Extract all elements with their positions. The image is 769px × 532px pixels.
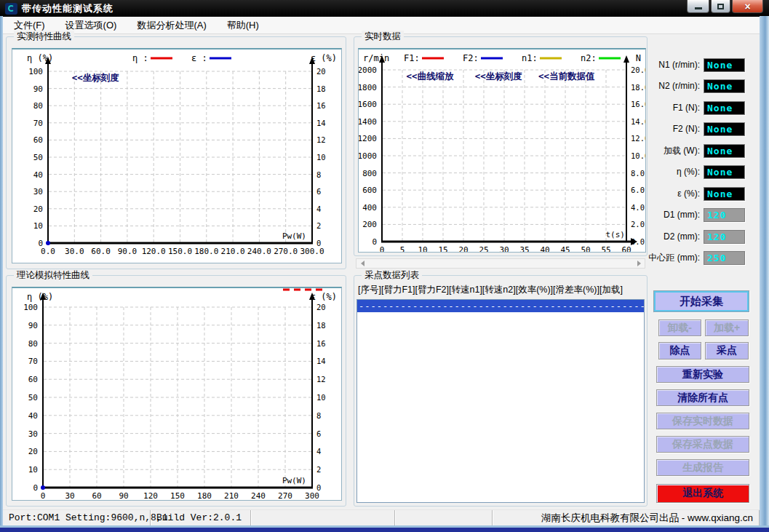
group-capture-caption: 采点数据列表 [362, 269, 422, 282]
svg-text:1400: 1400 [358, 117, 377, 127]
minimize-icon [695, 7, 702, 9]
svg-text:4: 4 [316, 447, 321, 456]
svg-text:ε (%): ε (%) [311, 292, 337, 302]
svg-text:η :: η : [132, 53, 148, 63]
close-button[interactable]: × [732, 0, 763, 13]
svg-text:60: 60 [621, 245, 631, 253]
svg-text:6: 6 [316, 187, 321, 196]
sample-point-button[interactable]: 采点 [705, 342, 749, 360]
theory-curve-chart[interactable]: 1009080706050403020100201816141210864200… [12, 287, 342, 501]
svg-text:120: 120 [143, 491, 158, 501]
svg-text:0.0: 0.0 [41, 247, 55, 256]
readout-n1: N1 (r/min):None [636, 57, 745, 72]
save-points-button[interactable]: 保存采点数据 [656, 436, 749, 453]
svg-text:8: 8 [316, 170, 321, 179]
window-frame-right [760, 16, 769, 532]
svg-text:300: 300 [305, 491, 319, 501]
svg-text:70: 70 [33, 119, 43, 128]
window-frame-bottom [0, 525, 769, 532]
readout-load: 加载 (W):None [636, 143, 745, 158]
minimize-button[interactable] [687, 0, 709, 13]
svg-text:r/min: r/min [363, 53, 389, 63]
measured-curve-chart[interactable]: 1009080706050403020100201816141210864200… [12, 48, 342, 263]
readout-f2-value: None [704, 122, 745, 136]
readout-center-distance: 中心距 (mm):250 [636, 250, 745, 265]
save-realtime-button[interactable]: 保存实时数据 [656, 413, 749, 429]
app-icon [5, 3, 17, 15]
svg-text:90: 90 [33, 84, 43, 94]
group-theory-caption: 理论模拟特性曲线 [14, 269, 92, 282]
svg-text:ε :: ε : [191, 53, 207, 63]
svg-text:<<曲线缩放: <<曲线缩放 [407, 71, 455, 82]
svg-text:20: 20 [316, 67, 326, 76]
svg-text:180: 180 [197, 491, 212, 501]
svg-text:45: 45 [560, 245, 570, 253]
statusbar-build: Build Ver:2.0.1 [151, 510, 251, 525]
svg-text:14: 14 [316, 357, 326, 365]
svg-text:<<坐标刻度: <<坐标刻度 [475, 71, 523, 82]
maximize-button[interactable] [711, 0, 730, 13]
svg-text:30: 30 [33, 187, 43, 196]
svg-text:240: 240 [251, 491, 266, 501]
svg-text:<<坐标刻度: <<坐标刻度 [72, 72, 120, 83]
capture-list[interactable]: ----------------------------------------… [356, 299, 645, 503]
capture-list-row-selected[interactable]: ----------------------------------------… [357, 300, 644, 312]
exit-system-button[interactable]: 退出系统 [656, 484, 749, 503]
svg-text:5: 5 [400, 245, 405, 253]
svg-text:0: 0 [372, 237, 377, 247]
readout-d1-value: 120 [704, 208, 745, 222]
statusbar-spacer-2 [395, 510, 493, 525]
group-measured-caption: 实测特性曲线 [14, 31, 74, 43]
load-button[interactable]: 加载+ [705, 319, 749, 336]
svg-text:150.0: 150.0 [168, 247, 192, 256]
readout-n1-value: None [704, 58, 745, 72]
svg-text:80: 80 [28, 339, 38, 349]
realtime-data-chart[interactable]: 200018001600140012001000800600400200020.… [358, 48, 646, 253]
svg-text:2: 2 [316, 465, 321, 474]
svg-text:50: 50 [33, 153, 43, 162]
svg-text:F2:: F2: [463, 53, 479, 63]
statusbar-spacer-1 [251, 510, 395, 525]
svg-text:70: 70 [28, 357, 38, 366]
svg-text:40: 40 [540, 245, 549, 253]
svg-text:10: 10 [316, 153, 326, 162]
group-realtime-caption: 实时数据 [362, 31, 404, 43]
svg-text:30: 30 [28, 429, 38, 439]
readout-d1: D1 (mm):120 [636, 207, 745, 222]
svg-text:20: 20 [28, 447, 38, 456]
readout-n2-value: None [704, 79, 745, 93]
readout-epsilon-value: None [704, 187, 745, 201]
svg-text:40: 40 [33, 170, 43, 180]
svg-text:80: 80 [33, 101, 43, 111]
menu-help[interactable]: 帮助(H) [218, 17, 268, 34]
svg-text:400: 400 [362, 203, 377, 213]
svg-text:60: 60 [92, 491, 101, 501]
restart-experiment-button[interactable]: 重新实验 [656, 366, 749, 383]
svg-text:0: 0 [41, 491, 46, 501]
menu-analysis[interactable]: 数据分析处理(A) [127, 17, 215, 34]
readout-eta: η (%):None [636, 164, 745, 179]
svg-text:10: 10 [418, 245, 427, 253]
svg-text:18: 18 [316, 321, 326, 330]
readout-center-distance-value: 250 [704, 251, 745, 265]
clear-all-points-button[interactable]: 清除所有点 [656, 389, 749, 406]
scroll-left-icon[interactable] [356, 259, 368, 268]
readout-d2: D2 (mm):120 [636, 229, 745, 244]
svg-text:1200: 1200 [358, 134, 377, 143]
svg-text:t(s): t(s) [606, 230, 626, 239]
svg-text:η (%): η (%) [27, 53, 53, 63]
readout-n2: N2 (r/min):None [636, 79, 745, 93]
unload-button[interactable]: 卸载- [658, 319, 701, 336]
svg-text:1600: 1600 [358, 100, 377, 109]
window-frame-left [0, 16, 3, 532]
svg-text:25: 25 [479, 245, 488, 253]
readout-f1-value: None [704, 101, 745, 115]
start-capture-button[interactable]: 开始采集 [653, 290, 749, 312]
svg-text:0: 0 [33, 483, 38, 493]
svg-text:14: 14 [316, 119, 326, 127]
realtime-hscrollbar[interactable] [356, 258, 645, 269]
svg-text:50: 50 [581, 245, 590, 253]
generate-report-button[interactable]: 生成报告 [656, 459, 749, 476]
svg-text:10: 10 [33, 221, 43, 231]
remove-point-button[interactable]: 除点 [658, 342, 701, 360]
